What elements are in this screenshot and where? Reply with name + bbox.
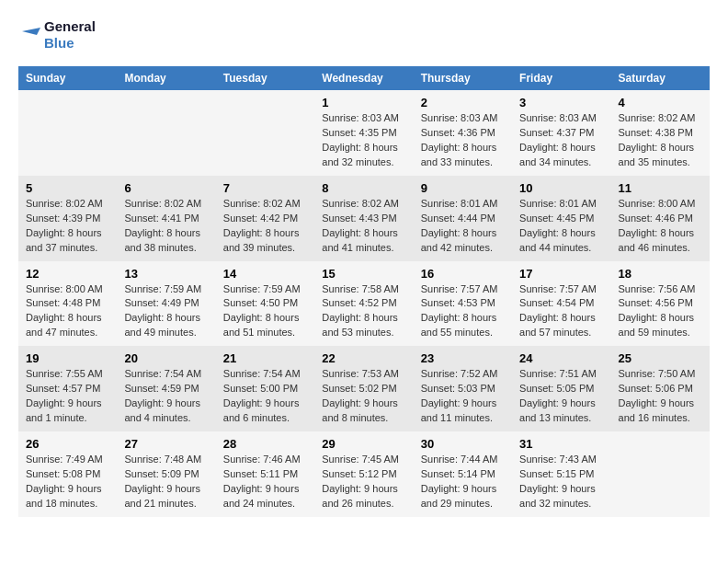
calendar-cell: 26Sunrise: 7:49 AMSunset: 5:08 PMDayligh…: [18, 431, 117, 517]
calendar-cell: 17Sunrise: 7:57 AMSunset: 4:54 PMDayligh…: [512, 261, 610, 347]
day-info: Sunrise: 7:46 AMSunset: 5:11 PMDaylight:…: [223, 453, 307, 511]
calendar-header-row: SundayMondayTuesdayWednesdayThursdayFrid…: [18, 66, 710, 90]
calendar-cell: 20Sunrise: 7:54 AMSunset: 4:59 PMDayligh…: [117, 346, 215, 431]
calendar-cell: 16Sunrise: 7:57 AMSunset: 4:53 PMDayligh…: [414, 261, 512, 347]
day-info: Sunrise: 8:02 AMSunset: 4:42 PMDaylight:…: [223, 197, 307, 256]
header-monday: Monday: [117, 66, 215, 90]
day-number: 26: [26, 437, 109, 451]
calendar-cell: 6Sunrise: 8:02 AMSunset: 4:41 PMDaylight…: [117, 176, 215, 261]
day-number: 18: [619, 267, 702, 281]
week-row-4: 19Sunrise: 7:55 AMSunset: 4:57 PMDayligh…: [18, 346, 710, 431]
day-info: Sunrise: 7:59 AMSunset: 4:49 PMDaylight:…: [124, 282, 208, 341]
week-row-1: 1Sunrise: 8:03 AMSunset: 4:35 PMDaylight…: [18, 90, 710, 176]
day-number: 28: [223, 437, 307, 451]
day-number: 29: [322, 437, 405, 451]
logo-line1: General: [44, 18, 96, 35]
day-info: Sunrise: 7:54 AMSunset: 4:59 PMDaylight:…: [124, 367, 208, 426]
day-info: Sunrise: 7:54 AMSunset: 5:00 PMDaylight:…: [223, 367, 307, 426]
day-info: Sunrise: 8:03 AMSunset: 4:35 PMDaylight:…: [322, 111, 405, 170]
calendar-cell: 23Sunrise: 7:52 AMSunset: 5:03 PMDayligh…: [414, 346, 512, 431]
calendar-cell: 5Sunrise: 8:02 AMSunset: 4:39 PMDaylight…: [18, 176, 117, 261]
day-number: 25: [619, 351, 702, 365]
day-number: 13: [124, 267, 208, 281]
day-number: 11: [619, 181, 702, 195]
day-number: 9: [421, 181, 505, 195]
day-number: 14: [223, 267, 307, 281]
day-number: 20: [124, 351, 208, 365]
day-info: Sunrise: 8:02 AMSunset: 4:39 PMDaylight:…: [26, 197, 109, 256]
calendar-cell: 28Sunrise: 7:46 AMSunset: 5:11 PMDayligh…: [216, 431, 314, 517]
calendar-table: SundayMondayTuesdayWednesdayThursdayFrid…: [18, 66, 710, 517]
header-tuesday: Tuesday: [216, 66, 314, 90]
day-number: 4: [619, 96, 702, 109]
day-number: 27: [124, 437, 208, 451]
day-info: Sunrise: 8:02 AMSunset: 4:43 PMDaylight:…: [322, 197, 405, 256]
calendar-cell: 21Sunrise: 7:54 AMSunset: 5:00 PMDayligh…: [216, 346, 314, 431]
day-number: 15: [322, 267, 405, 281]
day-number: 23: [421, 351, 505, 365]
calendar-cell: 31Sunrise: 7:43 AMSunset: 5:15 PMDayligh…: [512, 431, 610, 517]
calendar-cell: 19Sunrise: 7:55 AMSunset: 4:57 PMDayligh…: [18, 346, 117, 431]
calendar-cell: 22Sunrise: 7:53 AMSunset: 5:02 PMDayligh…: [314, 346, 413, 431]
calendar-cell: 10Sunrise: 8:01 AMSunset: 4:45 PMDayligh…: [512, 176, 610, 261]
day-info: Sunrise: 7:44 AMSunset: 5:14 PMDaylight:…: [421, 453, 505, 511]
calendar-cell: [611, 431, 710, 517]
day-info: Sunrise: 7:43 AMSunset: 5:15 PMDaylight:…: [519, 453, 603, 511]
day-info: Sunrise: 7:55 AMSunset: 4:57 PMDaylight:…: [26, 367, 109, 426]
day-info: Sunrise: 7:58 AMSunset: 4:52 PMDaylight:…: [322, 282, 405, 341]
day-number: 3: [519, 96, 603, 109]
logo-line2: Blue: [44, 35, 96, 52]
page-header: GeneralBlue: [18, 18, 710, 52]
calendar-cell: 9Sunrise: 8:01 AMSunset: 4:44 PMDaylight…: [414, 176, 512, 261]
day-info: Sunrise: 8:00 AMSunset: 4:48 PMDaylight:…: [26, 282, 109, 341]
header-thursday: Thursday: [414, 66, 512, 90]
calendar-cell: [117, 90, 215, 176]
day-info: Sunrise: 7:57 AMSunset: 4:53 PMDaylight:…: [421, 282, 505, 341]
day-info: Sunrise: 8:01 AMSunset: 4:45 PMDaylight:…: [519, 197, 603, 256]
day-info: Sunrise: 7:57 AMSunset: 4:54 PMDaylight:…: [519, 282, 603, 341]
day-number: 19: [26, 351, 109, 365]
calendar-cell: 7Sunrise: 8:02 AMSunset: 4:42 PMDaylight…: [216, 176, 314, 261]
day-info: Sunrise: 7:49 AMSunset: 5:08 PMDaylight:…: [26, 453, 109, 511]
day-info: Sunrise: 8:00 AMSunset: 4:46 PMDaylight:…: [619, 197, 702, 256]
day-info: Sunrise: 7:59 AMSunset: 4:50 PMDaylight:…: [223, 282, 307, 341]
day-info: Sunrise: 8:02 AMSunset: 4:38 PMDaylight:…: [619, 111, 702, 170]
day-number: 31: [519, 437, 603, 451]
day-info: Sunrise: 7:50 AMSunset: 5:06 PMDaylight:…: [619, 367, 702, 426]
day-number: 24: [519, 351, 603, 365]
day-info: Sunrise: 7:52 AMSunset: 5:03 PMDaylight:…: [421, 367, 505, 426]
calendar-cell: 12Sunrise: 8:00 AMSunset: 4:48 PMDayligh…: [18, 261, 117, 347]
day-info: Sunrise: 8:03 AMSunset: 4:37 PMDaylight:…: [519, 111, 603, 170]
calendar-cell: 1Sunrise: 8:03 AMSunset: 4:35 PMDaylight…: [314, 90, 413, 176]
calendar-cell: 18Sunrise: 7:56 AMSunset: 4:56 PMDayligh…: [611, 261, 710, 347]
day-number: 30: [421, 437, 505, 451]
calendar-cell: 11Sunrise: 8:00 AMSunset: 4:46 PMDayligh…: [611, 176, 710, 261]
logo-bird-icon: [18, 24, 40, 46]
calendar-cell: 30Sunrise: 7:44 AMSunset: 5:14 PMDayligh…: [414, 431, 512, 517]
day-number: 21: [223, 351, 307, 365]
header-saturday: Saturday: [611, 66, 710, 90]
day-info: Sunrise: 7:45 AMSunset: 5:12 PMDaylight:…: [322, 453, 405, 511]
day-info: Sunrise: 7:51 AMSunset: 5:05 PMDaylight:…: [519, 367, 603, 426]
calendar-cell: 25Sunrise: 7:50 AMSunset: 5:06 PMDayligh…: [611, 346, 710, 431]
day-info: Sunrise: 8:01 AMSunset: 4:44 PMDaylight:…: [421, 197, 505, 256]
calendar-cell: 14Sunrise: 7:59 AMSunset: 4:50 PMDayligh…: [216, 261, 314, 347]
calendar-cell: 3Sunrise: 8:03 AMSunset: 4:37 PMDaylight…: [512, 90, 610, 176]
calendar-cell: 27Sunrise: 7:48 AMSunset: 5:09 PMDayligh…: [117, 431, 215, 517]
day-number: 22: [322, 351, 405, 365]
day-number: 16: [421, 267, 505, 281]
day-info: Sunrise: 7:56 AMSunset: 4:56 PMDaylight:…: [619, 282, 702, 341]
day-number: 17: [519, 267, 603, 281]
calendar-cell: [216, 90, 314, 176]
calendar-cell: [18, 90, 117, 176]
day-number: 1: [322, 96, 405, 109]
day-number: 10: [519, 181, 603, 195]
week-row-3: 12Sunrise: 8:00 AMSunset: 4:48 PMDayligh…: [18, 261, 710, 347]
day-info: Sunrise: 7:48 AMSunset: 5:09 PMDaylight:…: [124, 453, 208, 511]
header-sunday: Sunday: [18, 66, 117, 90]
day-info: Sunrise: 8:02 AMSunset: 4:41 PMDaylight:…: [124, 197, 208, 256]
week-row-2: 5Sunrise: 8:02 AMSunset: 4:39 PMDaylight…: [18, 176, 710, 261]
logo: GeneralBlue: [18, 18, 96, 52]
day-number: 7: [223, 181, 307, 195]
header-wednesday: Wednesday: [314, 66, 413, 90]
